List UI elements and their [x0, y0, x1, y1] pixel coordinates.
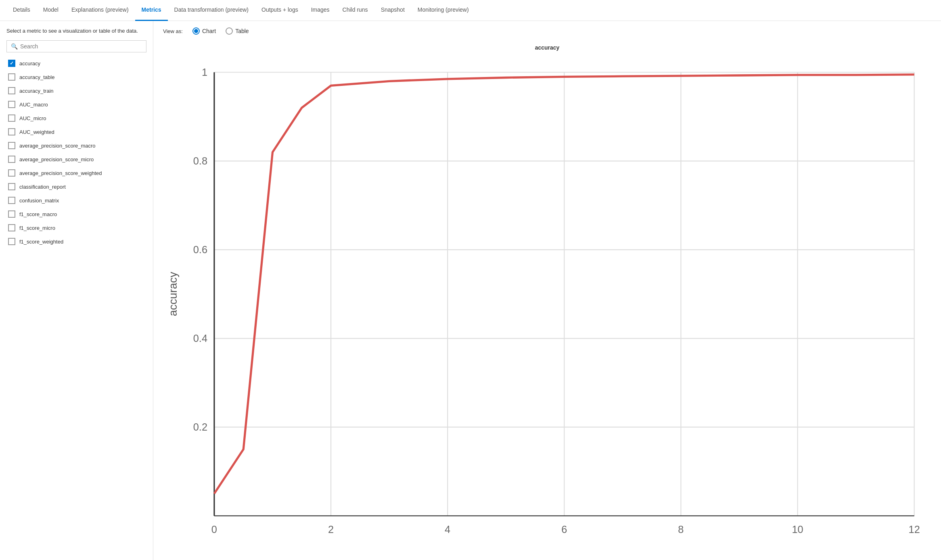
metric-item-AUC_micro[interactable]: AUC_micro: [6, 111, 145, 125]
nav-tab-explanations-preview[interactable]: Explanations (preview): [65, 0, 135, 21]
metric-label-AUC_micro: AUC_micro: [19, 115, 46, 121]
chart-container: accuracy 0.20.40.60.81024681012accuracy: [163, 44, 931, 554]
nav-tab-images[interactable]: Images: [305, 0, 336, 21]
svg-text:2: 2: [328, 524, 334, 535]
metric-label-accuracy: accuracy: [19, 60, 40, 67]
metric-label-accuracy_table: accuracy_table: [19, 74, 54, 80]
svg-text:4: 4: [445, 524, 450, 535]
metric-item-average_precision_score_macro[interactable]: average_precision_score_macro: [6, 139, 145, 152]
svg-text:0.2: 0.2: [193, 421, 207, 433]
metric-label-average_precision_score_weighted: average_precision_score_weighted: [19, 170, 102, 176]
metrics-sidebar: Select a metric to see a visualization o…: [0, 21, 153, 560]
svg-text:0.4: 0.4: [193, 333, 207, 344]
nav-tab-monitoring-preview[interactable]: Monitoring (preview): [411, 0, 475, 21]
metric-item-f1_score_macro[interactable]: f1_score_macro: [6, 207, 145, 221]
metric-label-f1_score_micro: f1_score_micro: [19, 225, 55, 231]
search-input[interactable]: [20, 43, 142, 50]
table-radio-circle[interactable]: [226, 27, 233, 35]
metric-checkbox-classification_report[interactable]: [8, 183, 15, 190]
chart-wrapper: 0.20.40.60.81024681012accuracy: [163, 54, 931, 551]
content-area: View as: Chart Table accuracy 0.20.40.60…: [153, 21, 941, 560]
chart-radio-label: Chart: [202, 28, 216, 34]
metric-item-AUC_weighted[interactable]: AUC_weighted: [6, 125, 145, 139]
nav-tab-metrics[interactable]: Metrics: [135, 0, 168, 21]
metric-checkbox-f1_score_weighted[interactable]: [8, 238, 15, 245]
metric-label-average_precision_score_micro: average_precision_score_micro: [19, 156, 94, 162]
svg-text:0.8: 0.8: [193, 155, 207, 167]
metric-item-accuracy[interactable]: accuracy: [6, 56, 145, 70]
svg-text:10: 10: [792, 524, 803, 535]
metric-checkbox-average_precision_score_weighted[interactable]: [8, 169, 15, 177]
table-radio-label: Table: [235, 28, 249, 34]
metric-item-accuracy_table[interactable]: accuracy_table: [6, 70, 145, 84]
metric-label-average_precision_score_macro: average_precision_score_macro: [19, 143, 96, 149]
view-toggle: View as: Chart Table: [163, 27, 931, 35]
metric-item-confusion_matrix[interactable]: confusion_matrix: [6, 194, 145, 207]
metrics-list-container: accuracyaccuracy_tableaccuracy_trainAUC_…: [6, 56, 146, 554]
metric-label-f1_score_macro: f1_score_macro: [19, 211, 57, 217]
nav-tab-details[interactable]: Details: [6, 0, 37, 21]
metric-label-accuracy_train: accuracy_train: [19, 88, 54, 94]
nav-tab-model[interactable]: Model: [37, 0, 65, 21]
metric-item-f1_score_weighted[interactable]: f1_score_weighted: [6, 235, 145, 248]
chart-svg: 0.20.40.60.81024681012accuracy: [163, 54, 931, 551]
svg-text:6: 6: [561, 524, 567, 535]
metric-checkbox-accuracy_table[interactable]: [8, 73, 15, 81]
metric-checkbox-AUC_weighted[interactable]: [8, 128, 15, 135]
view-toggle-label: View as:: [163, 28, 183, 34]
svg-text:0.6: 0.6: [193, 244, 207, 255]
metric-item-AUC_macro[interactable]: AUC_macro: [6, 98, 145, 111]
metric-label-confusion_matrix: confusion_matrix: [19, 198, 59, 204]
metric-checkbox-average_precision_score_macro[interactable]: [8, 142, 15, 149]
metric-checkbox-accuracy[interactable]: [8, 60, 15, 67]
metric-checkbox-accuracy_train[interactable]: [8, 87, 15, 94]
metric-item-classification_report[interactable]: classification_report: [6, 180, 145, 194]
chart-radio-option[interactable]: Chart: [192, 27, 216, 35]
sidebar-description: Select a metric to see a visualization o…: [6, 27, 146, 35]
metric-item-average_precision_score_micro[interactable]: average_precision_score_micro: [6, 152, 145, 166]
metric-checkbox-average_precision_score_micro[interactable]: [8, 156, 15, 163]
metrics-list: accuracyaccuracy_tableaccuracy_trainAUC_…: [6, 56, 146, 554]
nav-tab-data-transformation-preview[interactable]: Data transformation (preview): [168, 0, 255, 21]
metric-checkbox-f1_score_micro[interactable]: [8, 224, 15, 231]
chart-radio-circle[interactable]: [192, 27, 200, 35]
metric-item-average_precision_score_weighted[interactable]: average_precision_score_weighted: [6, 166, 145, 180]
nav-tab-outputs--logs[interactable]: Outputs + logs: [255, 0, 305, 21]
svg-text:0: 0: [211, 524, 217, 535]
metric-item-accuracy_train[interactable]: accuracy_train: [6, 84, 145, 98]
search-icon: 🔍: [11, 43, 18, 50]
metric-label-f1_score_weighted: f1_score_weighted: [19, 239, 63, 245]
svg-text:8: 8: [678, 524, 684, 535]
metric-checkbox-confusion_matrix[interactable]: [8, 197, 15, 204]
metric-label-AUC_weighted: AUC_weighted: [19, 129, 54, 135]
metric-label-classification_report: classification_report: [19, 184, 66, 190]
chart-title: accuracy: [163, 44, 931, 51]
metric-label-AUC_macro: AUC_macro: [19, 102, 48, 108]
search-box[interactable]: 🔍: [6, 40, 146, 52]
main-layout: Select a metric to see a visualization o…: [0, 21, 941, 560]
nav-tab-child-runs[interactable]: Child runs: [336, 0, 374, 21]
svg-text:12: 12: [909, 524, 920, 535]
metric-item-f1_score_micro[interactable]: f1_score_micro: [6, 221, 145, 235]
table-radio-option[interactable]: Table: [226, 27, 249, 35]
svg-text:1: 1: [202, 67, 207, 78]
svg-text:accuracy: accuracy: [167, 272, 179, 316]
metric-checkbox-AUC_macro[interactable]: [8, 101, 15, 108]
metric-checkbox-AUC_micro[interactable]: [8, 114, 15, 122]
top-navigation: DetailsModelExplanations (preview)Metric…: [0, 0, 941, 21]
metric-checkbox-f1_score_macro[interactable]: [8, 210, 15, 218]
nav-tab-snapshot[interactable]: Snapshot: [374, 0, 411, 21]
